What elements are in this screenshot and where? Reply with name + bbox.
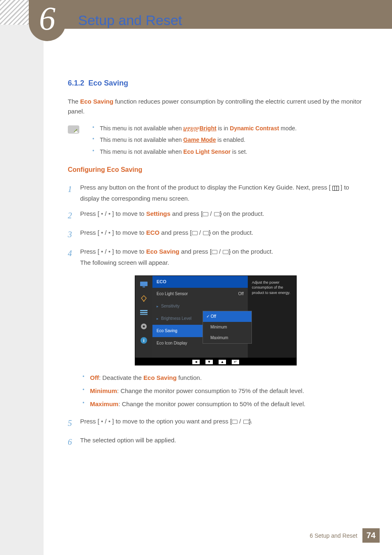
note-icon xyxy=(68,125,79,134)
gear-icon xyxy=(139,323,148,330)
text: function. xyxy=(177,374,202,381)
nav-enter-icon[interactable]: ↵ xyxy=(232,360,239,364)
text: This menu is not available when xyxy=(100,148,183,155)
note-item: This menu is not available when Eco Ligh… xyxy=(92,147,364,156)
osd-option-selected[interactable]: Off xyxy=(203,311,251,322)
text: : Deactivate the xyxy=(99,374,143,381)
text: ] on the product. xyxy=(220,210,264,217)
step: 5 Press [ • / • ] to move to the option … xyxy=(68,416,364,430)
link-game-mode[interactable]: Game Mode xyxy=(183,136,216,143)
svg-rect-2 xyxy=(143,301,144,302)
note-block: This menu is not available when SAMSUNGM… xyxy=(68,124,364,156)
term-settings: Settings xyxy=(146,210,171,217)
rect-icon xyxy=(192,231,198,235)
info-icon: i xyxy=(139,337,148,344)
text: : Change the monitor power consumption t… xyxy=(118,400,305,407)
list-item: Minimum: Change the monitor power consum… xyxy=(83,386,364,396)
note-list: This menu is not available when SAMSUNGM… xyxy=(92,124,364,156)
step-text: Press [ • / • ] to move to ECO and press… xyxy=(80,227,364,238)
list-item: Off: Deactivate the Eco Saving function. xyxy=(83,373,364,383)
menu-icon xyxy=(332,186,339,191)
samsung-magic-logo: SAMSUNGMAGIC xyxy=(183,127,199,132)
list-item: Maximum: Change the monitor power consum… xyxy=(83,399,364,409)
rect-arrow-icon xyxy=(243,420,249,424)
step: 2 Press [ • / • ] to move to Settings an… xyxy=(68,208,364,223)
text: Off xyxy=(211,314,216,319)
text: This menu is not available when xyxy=(100,125,183,132)
text: and press [ xyxy=(171,210,203,217)
step-text: Press any button on the front of the pro… xyxy=(80,182,364,204)
step-number: 3 xyxy=(68,227,76,242)
svg-rect-4 xyxy=(140,312,148,313)
text: Press any button on the front of the pro… xyxy=(80,184,332,191)
rect-icon xyxy=(232,420,238,424)
section-heading: 6.1.2 Eco Saving xyxy=(68,77,364,89)
osd-option[interactable]: Maximum xyxy=(203,333,251,343)
monitor-icon xyxy=(139,281,148,288)
text: ] to move to xyxy=(111,248,146,255)
osd-label: Eco Icon Display xyxy=(157,340,187,347)
term-off: Off xyxy=(90,374,99,381)
nav-left-icon[interactable]: ◄ xyxy=(192,360,200,364)
osd-value: Off xyxy=(238,291,244,297)
step-text: Press [ • / • ] to move to Eco Saving an… xyxy=(80,246,364,268)
text: Press [ xyxy=(80,210,101,217)
step-text: The selected option will be applied. xyxy=(80,435,364,446)
step-number: 1 xyxy=(68,182,76,197)
text: / xyxy=(103,418,108,425)
step: 6 The selected option will be applied. xyxy=(68,435,364,449)
svg-rect-5 xyxy=(140,314,148,315)
nav-down-icon[interactable]: ▼ xyxy=(205,360,213,364)
osd-navbar: ◄ ▼ ▲ ↵ xyxy=(135,358,297,365)
text: ] to move to the option you want and pre… xyxy=(111,418,232,425)
note-item: This menu is not available when Game Mod… xyxy=(92,135,364,144)
osd-help-panel: Adjust the power consumption of the prod… xyxy=(248,276,296,358)
text: mode. xyxy=(279,125,297,132)
text: / xyxy=(103,229,108,236)
osd-figure: i ECO Eco Light SensorOff ▸Sensitivity ▸… xyxy=(135,275,297,366)
text: / xyxy=(103,210,108,217)
svg-point-7 xyxy=(143,325,145,327)
step-number: 4 xyxy=(68,246,76,261)
left-margin-band xyxy=(0,0,44,555)
step-number: 6 xyxy=(68,435,76,449)
term-eco-saving: Eco Saving xyxy=(143,374,177,381)
text: Press [ xyxy=(80,248,101,255)
text: ] to move to xyxy=(111,229,146,236)
osd-option[interactable]: Minimum xyxy=(203,322,251,333)
text: is set. xyxy=(231,148,247,155)
rect-arrow-icon xyxy=(223,250,228,254)
svg-rect-3 xyxy=(140,310,148,311)
osd-row[interactable]: Eco Light SensorOff xyxy=(152,288,248,300)
text: ] on the product. xyxy=(209,229,253,236)
page-footer: 6 Setup and Reset 74 xyxy=(44,528,380,543)
text: ] on the product. xyxy=(228,248,273,255)
step-text: Press [ • / • ] to move to Settings and … xyxy=(80,208,364,219)
osd-sidebar: i xyxy=(135,276,152,358)
osd-title: ECO xyxy=(152,276,248,288)
page-content: 6.1.2 Eco Saving The Eco Saving function… xyxy=(68,77,364,457)
osd-label: Eco Saving xyxy=(157,328,178,334)
rect-icon xyxy=(212,250,217,254)
step: 3 Press [ • / • ] to move to ECO and pre… xyxy=(68,227,364,242)
section-title: Eco Saving xyxy=(88,79,128,87)
text: Press [ xyxy=(80,418,101,425)
chapter-badge: 6 xyxy=(29,0,66,41)
page-number: 74 xyxy=(362,528,380,543)
intro-paragraph: The Eco Saving function reduces power co… xyxy=(68,97,364,116)
text: is enabled. xyxy=(216,136,245,143)
svg-rect-1 xyxy=(143,287,145,287)
link-bright[interactable]: Bright xyxy=(199,125,216,132)
config-heading: Configuring Eco Saving xyxy=(68,164,364,175)
footer-chapter-label: 6 Setup and Reset xyxy=(310,532,357,539)
text: ] to move to xyxy=(111,210,146,217)
text: : Change the monitor power consumption t… xyxy=(117,387,304,394)
term-eco-saving: Eco Saving xyxy=(146,248,180,255)
text: The xyxy=(68,98,80,105)
osd-label: Eco Light Sensor xyxy=(157,291,188,297)
rect-arrow-icon xyxy=(203,231,209,235)
nav-up-icon[interactable]: ▲ xyxy=(219,360,226,364)
term-eco: ECO xyxy=(146,229,160,236)
text: The following screen will appear. xyxy=(80,259,169,266)
chapter-title: Setup and Reset xyxy=(78,12,182,28)
